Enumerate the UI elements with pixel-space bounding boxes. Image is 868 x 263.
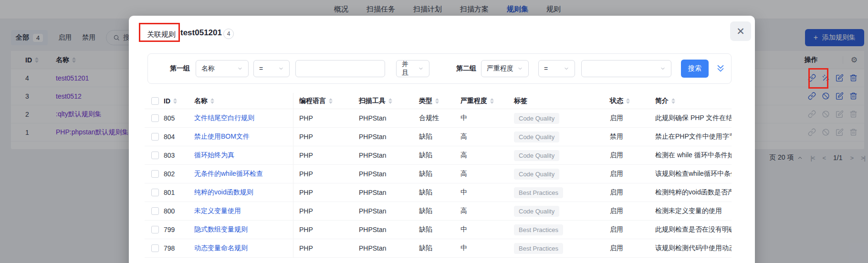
rule-name-cell: 纯粹的void函数规则 [194, 183, 293, 202]
sort-caret-icon [388, 98, 392, 104]
operator-select-1[interactable]: = [253, 60, 290, 77]
rule-id: 798 [164, 244, 194, 252]
rule-checkbox[interactable] [151, 170, 159, 178]
col-header-label: 简介 [655, 97, 669, 105]
rule-tag: Best Practices [514, 243, 563, 254]
col-header-severity[interactable]: 严重程度 [460, 97, 514, 105]
rule-type: 缺陷 [413, 207, 460, 215]
rule-tool: PHPStan [353, 152, 413, 159]
rule-id: 799 [164, 226, 194, 233]
rule-intro: 此规则检查是否在没有明确 [655, 225, 732, 234]
col-header-name[interactable]: 名称 [194, 93, 293, 109]
col-header-tag: 标签 [514, 97, 610, 105]
rule-count-badge: 4 [223, 29, 234, 39]
rule-name-cell: 动态变量命名规则 [194, 239, 293, 257]
rule-intro: 该规则检查while循环中条件 [655, 170, 732, 178]
field-select-2[interactable]: 严重程度 [481, 60, 529, 77]
rule-checkbox[interactable] [151, 133, 159, 141]
rule-name-link[interactable]: 隐式数组变量规则 [194, 225, 248, 234]
rule-id: 802 [164, 170, 194, 178]
rule-intro: 检测未定义变量的使用 [655, 207, 732, 215]
rule-row: 804禁止使用BOM文件PHPPHPStan缺陷高Code Quality禁用禁… [145, 128, 732, 146]
rule-name-link[interactable]: 禁止使用BOM文件 [194, 132, 250, 141]
rule-checkbox[interactable] [151, 189, 159, 196]
rule-type: 缺陷 [413, 151, 460, 160]
rule-name-link[interactable]: 循环始终为真 [194, 151, 234, 160]
rule-tag-cell: Best Practices [514, 224, 610, 235]
rule-tool: PHPStan [353, 133, 413, 141]
modal-header: 关联规则 test051201 4 ✕ [129, 16, 755, 51]
rule-language: PHP [293, 244, 353, 252]
rule-checkbox[interactable] [151, 244, 159, 252]
filter-value-select-2[interactable] [581, 60, 671, 77]
rule-status: 启用 [610, 225, 655, 234]
connector-select[interactable]: 并且 [396, 60, 429, 77]
rule-id: 804 [164, 133, 194, 141]
rule-name-link[interactable]: 纯粹的void函数规则 [194, 188, 253, 197]
rule-tool: PHPStan [353, 189, 413, 196]
connector-value: 并且 [402, 60, 414, 77]
rule-status: 启用 [610, 244, 655, 253]
rule-intro: 此规则确保 PHP 文件在结束 [655, 114, 732, 122]
rule-select-cell [151, 226, 164, 233]
rule-tag-cell: Code Quality [514, 150, 610, 161]
col-header-label: 状态 [610, 97, 623, 105]
rule-severity: 中 [460, 114, 514, 122]
rule-select-cell [151, 170, 164, 178]
rule-status: 启用 [610, 188, 655, 197]
operator-select-2[interactable]: = [538, 60, 575, 77]
rule-row: 802无条件的while循环检查PHPPHPStan缺陷高Code Qualit… [145, 165, 732, 183]
rule-name-link[interactable]: 动态变量命名规则 [194, 244, 248, 253]
rule-checkbox[interactable] [151, 114, 159, 122]
col-header-status[interactable]: 状态 [610, 97, 655, 105]
close-icon[interactable]: ✕ [730, 21, 751, 41]
sort-caret-icon [435, 98, 439, 104]
col-header-type[interactable]: 类型 [413, 97, 460, 105]
col-header-id[interactable]: ID [164, 97, 194, 105]
col-header-tool[interactable]: 扫描工具 [353, 97, 413, 105]
rule-row: 803循环始终为真PHPPHPStan缺陷高Code Quality启用检测在 … [145, 146, 732, 165]
rule-tag-cell: Code Quality [514, 132, 610, 142]
double-chevron-down-icon[interactable] [715, 63, 726, 74]
rule-type: 缺陷 [413, 188, 460, 197]
rule-name-link[interactable]: 未定义变量使用 [194, 207, 241, 215]
filter-value-input-1[interactable] [295, 60, 385, 77]
rule-intro: 检测在 while 循环中条件始 [655, 151, 732, 160]
rule-checkbox[interactable] [151, 226, 159, 233]
rule-checkbox[interactable] [151, 207, 159, 215]
rule-tag: Code Quality [514, 150, 559, 161]
rule-id: 803 [164, 152, 194, 159]
rule-name-cell: 无条件的while循环检查 [194, 165, 293, 183]
group1-label: 第一组 [170, 64, 190, 73]
rule-name-link[interactable]: 文件结尾空白行规则 [194, 114, 254, 122]
rule-tag: Code Quality [514, 206, 559, 217]
field-select-1[interactable]: 名称 [196, 60, 249, 77]
rule-type: 缺陷 [413, 132, 460, 141]
col-header-label: 扫描工具 [359, 97, 386, 105]
associate-rules-modal: 关联规则 test051201 4 ✕ 第一组 名称 = 并且 第二组 严重程度 [129, 16, 755, 263]
col-header-intro[interactable]: 简介 [655, 97, 732, 105]
rule-severity: 中 [460, 188, 514, 197]
app-screen: 概况扫描任务扫描计划扫描方案规则集规则 全部 4 启用 禁用 搜索 + 添加规则… [0, 0, 868, 263]
rule-status: 启用 [610, 207, 655, 215]
rule-tag-cell: Best Practices [514, 187, 610, 198]
sort-caret-icon [173, 98, 177, 104]
rule-name-link[interactable]: 无条件的while循环检查 [194, 170, 263, 178]
rule-tag: Code Quality [514, 169, 559, 180]
rule-checkbox[interactable] [151, 152, 159, 159]
rule-select-cell [151, 133, 164, 141]
rule-status: 启用 [610, 151, 655, 160]
field-select-1-value: 名称 [201, 64, 215, 73]
col-header-language[interactable]: 编程语言 [293, 97, 353, 105]
select-all-checkbox[interactable] [151, 97, 159, 105]
rule-intro: 禁止在PHP文件中使用字节 [655, 132, 732, 141]
rule-name-cell: 循环始终为真 [194, 146, 293, 164]
chevron-down-icon [278, 66, 284, 71]
rule-tool: PHPStan [353, 244, 413, 252]
rule-tag: Code Quality [514, 132, 559, 142]
operator-select-2-value: = [544, 65, 548, 72]
rule-tag: Best Practices [514, 224, 563, 235]
rule-id: 805 [164, 114, 194, 122]
modal-search-button[interactable]: 搜索 [681, 60, 709, 78]
group2-label: 第二组 [456, 64, 476, 73]
